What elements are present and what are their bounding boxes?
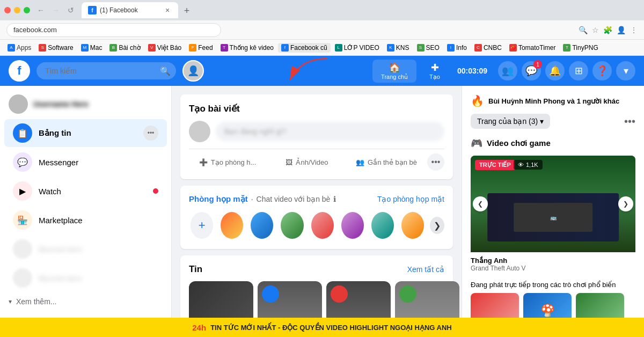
search-input[interactable] (36, 62, 176, 79)
rooms-create-btn[interactable]: Tạo phòng họp mặt (377, 195, 444, 203)
bookmark-tomato[interactable]: 🍅 TomatoTimer (506, 43, 559, 53)
more-actions-btn[interactable]: ••• (427, 153, 444, 171)
addr-input[interactable]: facebook.com (6, 23, 221, 37)
sidebar-item-messenger[interactable]: 💬 Messenger (4, 148, 167, 176)
photo-icon: 🖼 (286, 158, 292, 166)
photo-video-btn[interactable]: 🖼 Ảnh/Video (268, 153, 346, 171)
info-icon: I (447, 44, 455, 52)
streaming-thumb-1[interactable] (471, 293, 519, 318)
bookmark-thongke[interactable]: T Thống kê video (217, 43, 277, 53)
bookmark-vietbao[interactable]: V Việt Báo (145, 43, 185, 53)
bookmark-mac[interactable]: M Mac (78, 43, 106, 53)
rs-user-header: 🔥 Bùi Huỳnh Minh Phong và 1 người khác (471, 94, 635, 107)
bookmark-software[interactable]: S Software (35, 43, 76, 53)
bookmark-fbcu[interactable]: f Facebook cũ (278, 43, 331, 53)
traffic-light-red[interactable] (4, 7, 11, 13)
mac-icon: M (81, 44, 89, 52)
bookmark-feed[interactable]: F Feed (186, 43, 216, 53)
nav-home[interactable]: 🏠 Trang chủ (372, 60, 416, 83)
browser-nav-buttons: ← → ↺ (34, 4, 77, 17)
tag-btn[interactable]: 👥 Gắn thẻ bạn bè (348, 153, 425, 171)
bookmark-cnbc[interactable]: C CNBC (471, 43, 505, 53)
create-post-input-row: Bạn đang nghĩ gì? (189, 121, 444, 142)
refresh-button[interactable]: ↺ (64, 4, 77, 17)
tab-title: (1) Facebook (100, 6, 160, 14)
bookmark-baich[interactable]: B Bài chờ (106, 43, 143, 53)
tab-close-icon[interactable]: × (163, 6, 172, 14)
bookmark-info[interactable]: I Info (444, 43, 470, 53)
bookmark-kns[interactable]: K KNS (384, 43, 413, 53)
messenger-icon-btn[interactable]: 💬 1 (522, 61, 541, 80)
addr-icons: 🔍 ☆ 🧩 👤 ⋮ (579, 26, 638, 34)
post-input-box[interactable]: Bạn đang nghĩ gì? (216, 122, 444, 141)
view-count: 👁 1,1K (514, 160, 543, 170)
extension-icon[interactable]: 🧩 (603, 26, 612, 34)
rs-more-btn[interactable]: ••• (624, 115, 635, 128)
menu-icon[interactable]: ⋮ (630, 26, 638, 34)
stories-section: Tin Xem tất cả + Tạo tin (180, 255, 453, 318)
sidebar-item-bantin[interactable]: 📋 Bảng tin ••• (4, 119, 167, 147)
story-card-2[interactable] (258, 281, 322, 318)
facebook-header: f 🔍 👤 🏠 Trang chủ ✚ Tạo 00:03:09 👥 💬 1 🔔… (0, 56, 644, 86)
next-arrow[interactable]: ❯ (618, 196, 633, 211)
streaming-thumb-3[interactable] (576, 293, 624, 318)
active-tab[interactable]: f (1) Facebook × (82, 2, 178, 18)
vb-icon: V (148, 44, 156, 52)
traffic-lights (4, 7, 30, 13)
story-card-3[interactable] (326, 281, 391, 318)
chevron-icon-btn[interactable]: ▾ (616, 61, 635, 80)
more-btn[interactable]: ••• (143, 126, 158, 141)
bookmark-apps[interactable]: A Apps (4, 43, 34, 53)
rooms-next-btn[interactable]: ❯ (430, 217, 444, 234)
profile-icon[interactable]: 👤 (617, 26, 626, 34)
story-add-bg (189, 281, 253, 318)
story-avatar-4 (399, 285, 416, 303)
people-icon-btn[interactable]: 👥 (498, 61, 517, 80)
story-card-4[interactable] (395, 281, 459, 318)
sidebar-item-blurred-2[interactable]: Blurred item (4, 264, 167, 292)
tab-favicon: f (88, 6, 97, 14)
see-more-label: Xem thêm... (16, 297, 56, 306)
sidebar-item-blurred-1[interactable]: Blurred item (4, 235, 167, 263)
create-room-btn[interactable]: ➕ Tạo phòng h... (189, 153, 266, 171)
traffic-light-green[interactable] (24, 7, 30, 13)
bookmark-tiny[interactable]: T TinyPNG (560, 43, 601, 53)
rs-user-names: Bùi Huỳnh Minh Phong và 1 người khác (488, 97, 619, 105)
rooms-info-icon[interactable]: ℹ (333, 195, 336, 203)
browser-chrome: ← → ↺ f (1) Facebook × + (0, 0, 644, 20)
search-addr-icon[interactable]: 🔍 (579, 26, 588, 34)
story-add-card[interactable]: + Tạo tin (189, 281, 253, 318)
new-tab-button[interactable]: + (179, 3, 194, 18)
help-icon-btn[interactable]: ❓ (592, 61, 612, 80)
bell-icon-btn[interactable]: 🔔 (545, 61, 565, 80)
bookmark-lopvideo[interactable]: L LỚP VIDEO (332, 43, 383, 53)
sidebar-item-watch[interactable]: ▶ Watch (4, 177, 167, 205)
forward-button[interactable]: → (49, 4, 62, 17)
left-sidebar: Username Here 📋 Bảng tin ••• 💬 Messenger… (0, 86, 172, 318)
star-icon[interactable]: ☆ (592, 26, 599, 34)
page-selector-btn[interactable]: Trang của bạn (3) ▾ (471, 114, 550, 129)
see-all-btn[interactable]: Xem tất cả (407, 265, 444, 274)
fb-user-avatar[interactable]: 👤 (182, 60, 204, 82)
blurred-icon-2 (13, 268, 32, 288)
room-avatar-2 (249, 210, 275, 240)
messenger-sidebar-icon: 💬 (13, 152, 32, 172)
banner-logo: 24h (192, 323, 206, 332)
sidebar-user[interactable]: Username Here (0, 90, 171, 118)
sidebar-item-marketplace[interactable]: 🏪 Marketplace (4, 206, 167, 234)
marketplace-label: Marketplace (39, 216, 83, 225)
vg-thumbnail[interactable]: 🚌 TRỰC TIẾP 👁 1,1K ❮ ❯ (471, 156, 635, 252)
grid-icon-btn[interactable]: ⊞ (569, 61, 588, 80)
prev-arrow[interactable]: ❮ (473, 196, 488, 211)
traffic-light-yellow[interactable] (14, 7, 20, 13)
avatar (9, 94, 28, 114)
room-add-btn[interactable]: + (189, 210, 215, 240)
bottom-banner: 24h TIN TỨC MỚI NHẤT - ĐỘC QUYỀN VIDEO H… (0, 318, 644, 337)
streaming-thumb-2[interactable]: 🍄 (523, 293, 572, 318)
nav-create[interactable]: ✚ Tạo (421, 60, 449, 83)
post-avatar (189, 121, 210, 142)
see-more-item[interactable]: ▾ Xem thêm... (0, 293, 171, 310)
back-button[interactable]: ← (34, 4, 47, 17)
seo-icon: S (417, 44, 425, 52)
bookmark-seo[interactable]: S SEO (414, 43, 443, 53)
